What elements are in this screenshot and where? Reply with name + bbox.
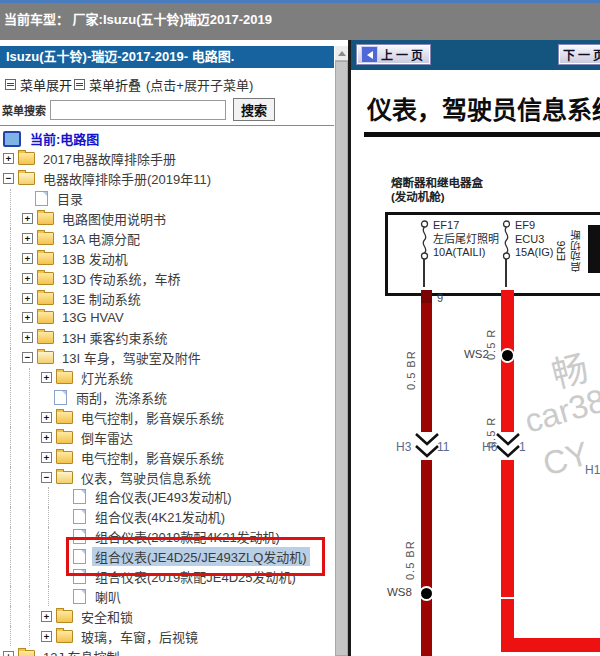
tree-item[interactable]: 电路图使用说明书 bbox=[0, 209, 334, 229]
wire-stub bbox=[505, 259, 507, 287]
file-icon bbox=[54, 390, 67, 405]
divider-line bbox=[0, 125, 334, 126]
expand-plus-icon[interactable] bbox=[41, 611, 52, 622]
tree-item[interactable]: 当前:电路图 bbox=[0, 129, 334, 149]
sidebar-title: Isuzu(五十铃)-瑞迈-2017-2019- 电路图. bbox=[0, 46, 334, 68]
tree-item[interactable]: 2017电器故障排除手册 bbox=[0, 149, 334, 169]
collapse-minus-icon[interactable] bbox=[22, 352, 33, 363]
tree-item-label: 13A 电源分配 bbox=[59, 229, 143, 248]
tree-item-label: 安全和锁 bbox=[78, 607, 136, 626]
folder-open-icon bbox=[37, 351, 54, 364]
expand-plus-icon[interactable] bbox=[3, 651, 14, 656]
next-page-button[interactable]: 下一页 bbox=[558, 44, 600, 65]
tree-item[interactable]: 安全和锁 bbox=[0, 606, 334, 626]
tree-item[interactable]: 倒车雷达 bbox=[0, 427, 334, 447]
tree-indent-guide bbox=[10, 447, 22, 467]
expand-plus-icon[interactable] bbox=[22, 233, 33, 244]
tree-indent-guide bbox=[10, 368, 22, 388]
prev-page-label: 上一页 bbox=[381, 46, 426, 63]
tree-item[interactable]: 电器故障排除手册(2019年11) bbox=[0, 169, 334, 189]
diagram-panel: 上一页 下一页 仪表，驾驶员信息系统 熔断器和继电器盒 (发动机舱) EF17 … bbox=[351, 40, 600, 656]
fuse-2-labels: EF9 ECU3 15A(IG) bbox=[515, 219, 554, 260]
tree-item-label: 电路图使用说明书 bbox=[59, 209, 169, 228]
fuse-name: 左后尾灯照明 bbox=[433, 233, 499, 247]
folder-icon bbox=[18, 650, 35, 656]
connector-label: H6 bbox=[482, 440, 497, 454]
tree-item[interactable]: 电气控制，影音娱乐系统 bbox=[0, 447, 334, 467]
expand-plus-icon[interactable] bbox=[3, 153, 14, 164]
expand-plus-icon[interactable] bbox=[41, 452, 52, 463]
menu-expand-button[interactable]: 菜单展开 bbox=[20, 75, 72, 94]
tree-indent-guide bbox=[10, 228, 22, 248]
tree-item[interactable]: 13G HVAV bbox=[0, 308, 334, 328]
tree-indent-guide bbox=[10, 467, 22, 487]
collapse-minus-icon[interactable] bbox=[41, 472, 52, 483]
tree-item-label: 电气控制，影音娱乐系统 bbox=[78, 448, 227, 467]
tree-item-label: 仪表，驾驶员信息系统 bbox=[78, 468, 214, 487]
expand-plus-icon[interactable] bbox=[41, 372, 52, 383]
menu-collapse-button[interactable]: 菜单折叠 bbox=[89, 75, 141, 94]
tree-item[interactable]: 13H 乘客约束系统 bbox=[0, 328, 334, 348]
expand-plus-icon[interactable] bbox=[22, 273, 33, 284]
tree-indent-guide bbox=[10, 606, 22, 626]
tree-item[interactable]: 组合仪表(4K21发动机) bbox=[0, 507, 334, 527]
collapse-minus-icon[interactable] bbox=[3, 173, 14, 184]
tree-item[interactable]: 灯光系统 bbox=[0, 368, 334, 388]
expand-plus-icon[interactable] bbox=[22, 332, 33, 343]
tree-item-label: 13E 制动系统 bbox=[59, 289, 144, 308]
tree-item-label: 13D 传动系统，车桥 bbox=[59, 269, 183, 288]
tree-indent-guide bbox=[29, 427, 41, 447]
tree-indent-guide bbox=[48, 567, 60, 587]
expand-plus-icon[interactable] bbox=[41, 412, 52, 423]
tree-item[interactable]: 雨刮，洗涤系统 bbox=[0, 388, 334, 408]
wire-size-label: 0.5 BR bbox=[404, 528, 416, 580]
tree-indent-guide bbox=[48, 487, 60, 507]
computer-icon bbox=[3, 131, 21, 147]
tree-item-label: 13B 发动机 bbox=[59, 249, 131, 268]
expand-plus-icon[interactable] bbox=[41, 631, 52, 642]
sidebar: Isuzu(五十铃)-瑞迈-2017-2019- 电路图. 菜单展开 菜单折叠 … bbox=[0, 40, 348, 656]
menu-search-bar: 菜单搜索 搜索 bbox=[2, 98, 275, 121]
tree-item[interactable]: 仪表，驾驶员信息系统 bbox=[0, 467, 334, 487]
tree-item[interactable]: 喇叭 bbox=[0, 586, 334, 606]
tree-item[interactable]: 13J 车身控制 bbox=[0, 646, 334, 656]
tree-indent-guide bbox=[10, 527, 22, 547]
prev-page-button[interactable]: 上一页 bbox=[356, 44, 431, 65]
tree-item[interactable]: 13I 车身，驾驶室及附件 bbox=[0, 348, 334, 368]
tree-indent-guide bbox=[10, 189, 22, 209]
tree-item[interactable]: 13E 制动系统 bbox=[0, 288, 334, 308]
tree-item[interactable]: 13A 电源分配 bbox=[0, 228, 334, 248]
sidebar-scrollbar[interactable] bbox=[335, 46, 348, 656]
tree-item-label: 组合仪表(4K21发动机) bbox=[92, 507, 228, 526]
expand-plus-icon[interactable] bbox=[22, 213, 33, 224]
scrollbar-thumb[interactable] bbox=[335, 61, 348, 656]
search-input[interactable] bbox=[50, 100, 226, 120]
scroll-up-button[interactable] bbox=[335, 46, 348, 61]
expand-plus-icon[interactable] bbox=[22, 253, 33, 264]
tree-item-label: 13G HVAV bbox=[59, 310, 127, 325]
tree-indent-guide bbox=[29, 467, 41, 487]
fuse-id: EF17 bbox=[433, 219, 499, 233]
folder-icon bbox=[37, 331, 54, 344]
tree-indent-guide bbox=[29, 527, 41, 547]
fuse-symbol-icon bbox=[500, 220, 513, 260]
file-icon bbox=[73, 509, 86, 524]
expand-plus-icon[interactable] bbox=[22, 312, 33, 323]
tree-item[interactable]: 电气控制，影音娱乐系统 bbox=[0, 407, 334, 427]
tree-item[interactable]: 13B 发动机 bbox=[0, 248, 334, 268]
page-title: 仪表，驾驶员信息系统 bbox=[367, 90, 600, 126]
folder-icon bbox=[37, 292, 54, 305]
tree-item[interactable]: 13D 传动系统，车桥 bbox=[0, 268, 334, 288]
expand-plus-icon[interactable] bbox=[22, 293, 33, 304]
tree-indent-guide bbox=[10, 586, 22, 606]
splice-dot bbox=[500, 348, 515, 363]
splice-label: WS2 bbox=[464, 348, 489, 360]
tree-item[interactable]: 玻璃，车窗，后视镜 bbox=[0, 626, 334, 646]
tree-item[interactable]: 目录 bbox=[0, 189, 334, 209]
tree-item[interactable]: 组合仪表(JE493发动机) bbox=[0, 487, 334, 507]
expand-plus-icon[interactable] bbox=[41, 432, 52, 443]
search-button[interactable]: 搜索 bbox=[233, 98, 275, 121]
menu-collapse-icon bbox=[74, 79, 85, 90]
tree-indent-guide bbox=[10, 567, 22, 587]
tree-item-label: 目录 bbox=[54, 189, 86, 208]
